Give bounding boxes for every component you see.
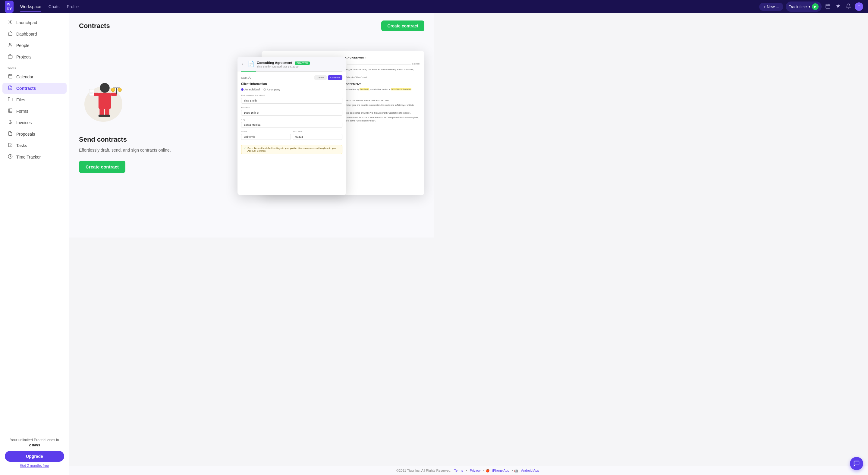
forms-icon <box>7 108 13 114</box>
launchpad-icon <box>7 20 13 26</box>
svg-rect-6 <box>8 56 12 59</box>
state-zip-row: State California Zip Code 90404 <box>241 130 342 142</box>
svg-rect-24 <box>98 115 104 117</box>
contract-status-badge: DRAFTED <box>295 62 310 65</box>
state-value[interactable]: California <box>241 134 291 140</box>
address-label: Address <box>241 106 342 109</box>
sidebar-item-people[interactable]: People <box>2 40 67 51</box>
contract-meta: Tina Smith • Created Mar 14, 2019 <box>257 65 342 68</box>
svg-rect-27 <box>111 93 117 96</box>
contract-mockup: NON-DISCLOSURE AGREEMENT Draft Ready Sig… <box>238 44 424 201</box>
radio-company[interactable]: A company <box>264 88 280 91</box>
zip-value[interactable]: 90404 <box>293 134 342 140</box>
page-title: Contracts <box>79 22 110 30</box>
svg-rect-21 <box>98 93 111 109</box>
calendar-sidebar-icon <box>7 74 13 80</box>
sidebar-label-timetracker: Time Tracker <box>16 155 41 159</box>
document-icon: 📄 <box>248 61 254 67</box>
nav-profile[interactable]: Profile <box>64 2 82 11</box>
svg-rect-7 <box>8 75 12 78</box>
people-icon <box>7 42 13 49</box>
back-button[interactable]: ← <box>241 62 245 66</box>
form-header: ← 📄 Consulting Agreement DRAFTED Tina Sm… <box>238 57 346 71</box>
check-icon: ✓ <box>244 147 246 152</box>
sidebar-item-calendar[interactable]: Calendar <box>2 71 67 82</box>
dashboard-icon <box>7 31 13 37</box>
svg-point-31 <box>118 88 122 92</box>
create-contract-button-hero[interactable]: Create contract <box>79 161 125 173</box>
proposals-icon <box>7 131 13 137</box>
sidebar-item-proposals[interactable]: Proposals <box>2 129 67 139</box>
hero-description: Effortlessly draft, send, and sign contr… <box>79 147 171 153</box>
cancel-button[interactable]: Cancel <box>314 75 327 80</box>
svg-rect-13 <box>8 109 12 113</box>
section-title: Client Information <box>241 82 342 86</box>
sidebar-item-launchpad[interactable]: Launchpad <box>2 17 67 28</box>
app-logo[interactable]: INDY <box>5 1 13 12</box>
notice-text: Save this as the default settings in you… <box>247 147 340 152</box>
client-type-radio: An individual A company <box>241 88 342 91</box>
tasks-icon <box>7 142 13 149</box>
sidebar-item-dashboard[interactable]: Dashboard <box>2 29 67 39</box>
sidebar-item-tasks[interactable]: Tasks <box>2 140 67 151</box>
radio-individual[interactable]: An individual <box>241 88 260 91</box>
sidebar-label-launchpad: Launchpad <box>16 20 37 25</box>
fullname-value[interactable]: Tina Smith <box>241 98 342 104</box>
main-content: Contracts Create contract <box>69 13 434 238</box>
sidebar-label-contracts: Contracts <box>16 86 36 91</box>
address-value[interactable]: 1635 16th St <box>241 110 342 116</box>
sidebar-label-dashboard: Dashboard <box>16 32 37 36</box>
zip-label: Zip Code <box>293 130 342 133</box>
contract-form: ← 📄 Consulting Agreement DRAFTED Tina Sm… <box>238 57 346 195</box>
top-navigation: INDY Workspace Chats Profile + New ... T… <box>0 0 434 13</box>
svg-rect-25 <box>104 115 110 117</box>
sidebar-label-proposals: Proposals <box>16 132 35 136</box>
sidebar-item-contracts[interactable]: Contracts <box>2 83 67 94</box>
sidebar-label-calendar: Calendar <box>16 74 33 79</box>
sidebar-item-files[interactable]: Files <box>2 94 67 105</box>
hero-illustration <box>79 73 171 128</box>
files-icon <box>7 97 13 103</box>
sidebar-label-people: People <box>16 43 30 48</box>
fullname-label: Full name of the client <box>241 94 342 97</box>
state-label: State <box>241 130 291 133</box>
nav-chats[interactable]: Chats <box>45 2 63 11</box>
sidebar-item-invoices[interactable]: Invoices <box>2 117 67 128</box>
notice-box: ✓ Save this as the default settings in y… <box>241 145 342 154</box>
city-label: City <box>241 118 342 121</box>
contract-title-area: Consulting Agreement DRAFTED Tina Smith … <box>257 60 342 68</box>
sidebar-item-projects[interactable]: Projects <box>2 52 67 62</box>
create-contract-button-top[interactable]: Create contract <box>381 21 424 31</box>
sidebar-label-files: Files <box>16 97 25 102</box>
hero-section: Send contracts Effortlessly draft, send,… <box>79 39 424 208</box>
contracts-icon <box>7 85 13 91</box>
nav-workspace[interactable]: Workspace <box>17 2 44 11</box>
form-body: Step 1/9 Cancel Continue Client Informat… <box>238 72 346 157</box>
continue-button[interactable]: Continue <box>328 75 342 80</box>
nav-links: Workspace Chats Profile <box>17 2 82 11</box>
svg-point-4 <box>10 22 11 23</box>
tools-section-label: Tools <box>0 63 69 71</box>
sidebar-item-forms[interactable]: Forms <box>2 106 67 117</box>
sidebar: Launchpad Dashboard People Projects Tool… <box>0 13 69 238</box>
svg-rect-23 <box>105 107 109 116</box>
timetracker-icon <box>7 154 13 160</box>
sidebar-item-timetracker[interactable]: Time Tracker <box>2 152 67 162</box>
step-label: Step 1/9 <box>241 76 251 79</box>
projects-icon <box>7 54 13 60</box>
page-header: Contracts Create contract <box>79 21 424 31</box>
svg-rect-32 <box>89 89 94 96</box>
svg-rect-22 <box>99 107 104 116</box>
svg-point-5 <box>9 43 11 44</box>
step-indicator: Step 1/9 Cancel Continue <box>241 75 342 80</box>
contract-name: Consulting Agreement <box>257 61 292 64</box>
invoices-icon <box>7 120 13 126</box>
hero-title: Send contracts <box>79 136 171 144</box>
sidebar-label-projects: Projects <box>16 55 32 59</box>
city-value[interactable]: Santa Monica <box>241 122 342 128</box>
sidebar-label-forms: Forms <box>16 109 28 114</box>
sidebar-label-invoices: Invoices <box>16 120 32 125</box>
svg-point-30 <box>111 88 115 92</box>
svg-point-20 <box>100 83 110 93</box>
hero-left: Send contracts Effortlessly draft, send,… <box>79 73 171 173</box>
